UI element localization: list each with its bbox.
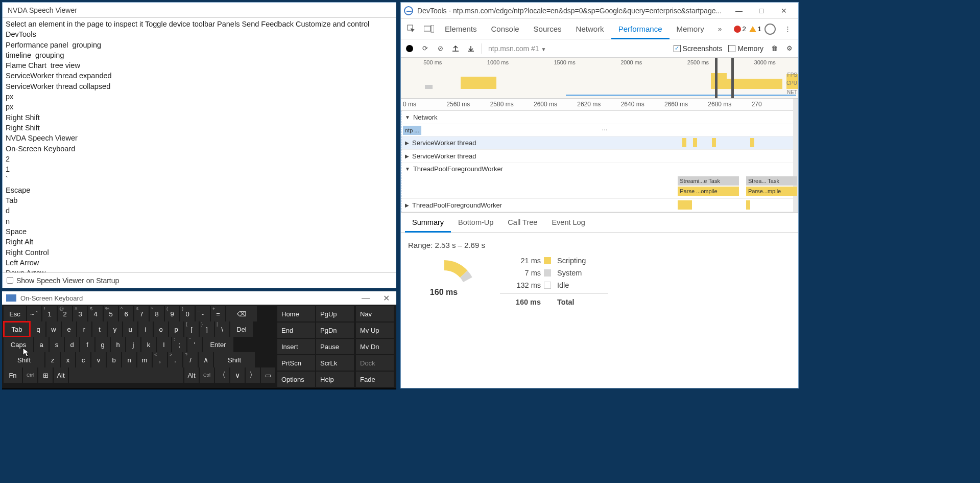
osk-key[interactable]: Options [277, 372, 315, 387]
osk-key[interactable]: v [91, 352, 106, 367]
detail-tab-call-tree[interactable]: Call Tree [500, 212, 544, 233]
maximize-button[interactable]: □ [750, 4, 773, 18]
osk-key[interactable]: Fade [356, 372, 394, 387]
osk-key[interactable]: ∨ [230, 367, 245, 383]
osk-key[interactable]: Ctrl [23, 367, 37, 383]
osk-key[interactable]: Mv Up [356, 323, 394, 338]
minimize-button[interactable]: — [728, 4, 750, 18]
tab-memory[interactable]: Memory [670, 19, 711, 39]
delete-button[interactable]: 🗑 [770, 44, 779, 53]
osk-key[interactable]: i [138, 321, 153, 337]
save-profile-button[interactable] [466, 44, 475, 53]
osk-key[interactable]: End [277, 323, 315, 338]
osk-titlebar[interactable]: On-Screen Keyboard — ✕ [2, 291, 396, 305]
device-toolbar-icon[interactable] [420, 20, 438, 38]
osk-key[interactable]: =+ [211, 306, 225, 321]
osk-key[interactable]: /? [183, 352, 198, 367]
osk-key[interactable]: 7& [134, 306, 149, 321]
osk-key[interactable]: Shift [214, 352, 255, 367]
osk-key[interactable]: Insert [277, 339, 315, 354]
osk-key[interactable]: .> [168, 352, 182, 367]
osk-key[interactable]: ~ ` [27, 306, 41, 321]
osk-key[interactable]: Alt [54, 367, 68, 383]
osk-key[interactable]: 0) [180, 306, 195, 321]
osk-key[interactable]: 5% [104, 306, 118, 321]
osk-key[interactable]: p [169, 321, 183, 337]
warning-badge[interactable]: 1 [749, 25, 761, 33]
memory-checkbox[interactable]: Memory [728, 44, 763, 53]
detail-tab-event-log[interactable]: Event Log [544, 212, 592, 233]
osk-key[interactable]: s [50, 337, 64, 352]
osk-key[interactable]: ,< [153, 352, 167, 367]
flame-chart[interactable]: ▼Network ntp ... ... ▶ServiceWorker thre… [401, 111, 793, 212]
osk-key[interactable]: Fn [4, 367, 22, 383]
osk-key[interactable]: Mv Dn [356, 339, 394, 354]
tab-sources[interactable]: Sources [527, 19, 569, 39]
error-badge[interactable]: 2 [734, 25, 746, 33]
osk-key[interactable]: Pause [316, 339, 354, 354]
osk-key[interactable]: n [122, 352, 136, 367]
osk-key[interactable]: ;: [172, 337, 186, 352]
osk-key[interactable]: c [76, 352, 90, 367]
osk-key[interactable]: 3# [73, 306, 87, 321]
timeline-ruler[interactable]: 0 ms2560 ms2580 ms2600 ms2620 ms2640 ms2… [401, 99, 793, 111]
osk-key[interactable]: b [107, 352, 121, 367]
osk-key[interactable]: [{ [184, 321, 199, 337]
osk-key[interactable]: 〉 [246, 367, 260, 383]
nvda-titlebar[interactable]: NVDA Speech Viewer [3, 3, 396, 18]
osk-key[interactable]: Esc [4, 306, 26, 321]
osk-key[interactable]: 9( [165, 306, 179, 321]
osk-key[interactable]: l [157, 337, 171, 352]
reload-button[interactable]: ⟳ [420, 44, 429, 53]
tab-console[interactable]: Console [484, 19, 527, 39]
osk-key[interactable]: x [61, 352, 75, 367]
osk-key[interactable]: f [80, 337, 94, 352]
osk-key[interactable]: o [154, 321, 168, 337]
osk-key[interactable]: g [95, 337, 110, 352]
osk-key[interactable]: u [123, 321, 137, 337]
osk-key[interactable]: a [34, 337, 49, 352]
osk-key[interactable]: PgUp [316, 306, 354, 321]
record-button[interactable] [405, 44, 414, 53]
osk-key[interactable]: r [77, 321, 91, 337]
tab-network[interactable]: Network [569, 19, 611, 39]
osk-key[interactable]: 4$ [88, 306, 103, 321]
osk-key[interactable]: t [92, 321, 107, 337]
osk-key[interactable]: d [65, 337, 79, 352]
screenshots-checkbox[interactable]: ✓Screenshots [674, 44, 723, 53]
osk-key[interactable]: 8* [150, 306, 164, 321]
osk-key[interactable]: k [141, 337, 156, 352]
osk-key[interactable]: 2@ [58, 306, 72, 321]
inspect-element-icon[interactable] [403, 20, 420, 38]
osk-key[interactable] [69, 367, 183, 383]
timeline-overview[interactable]: 500 ms1000 ms1500 ms2000 ms2500 ms3000 m… [401, 58, 798, 99]
load-profile-button[interactable] [451, 44, 460, 53]
show-on-startup-checkbox[interactable] [7, 277, 13, 284]
osk-key[interactable]: Shift [4, 352, 44, 367]
osk-key[interactable]: '" [187, 337, 202, 352]
osk-key[interactable]: ⌫ [226, 306, 257, 321]
detail-tab-bottom-up[interactable]: Bottom-Up [451, 212, 500, 233]
osk-key[interactable]: Dock [356, 355, 394, 371]
osk-key[interactable]: Enter [203, 337, 233, 352]
tab-performance[interactable]: Performance [611, 19, 670, 39]
osk-key[interactable]: j [126, 337, 140, 352]
osk-key[interactable]: ▭ [261, 367, 275, 383]
osk-key[interactable]: ⊞ [38, 367, 53, 383]
osk-key[interactable]: Nav [356, 306, 394, 321]
settings-menu-icon[interactable]: ⋮ [779, 20, 796, 38]
osk-key[interactable]: Del [230, 321, 253, 337]
osk-key[interactable]: q [31, 321, 45, 337]
close-button[interactable]: ✕ [773, 4, 795, 18]
osk-key[interactable]: Caps [4, 337, 33, 352]
osk-key[interactable]: Help [316, 372, 354, 387]
more-tabs-icon[interactable]: » [711, 20, 729, 38]
profile-icon[interactable] [764, 24, 776, 35]
osk-key[interactable]: 〈 [215, 367, 229, 383]
osk-key[interactable]: Ctrl [200, 367, 214, 383]
minimize-button[interactable]: — [355, 293, 376, 303]
close-button[interactable]: ✕ [376, 293, 396, 303]
osk-key[interactable]: y [108, 321, 122, 337]
clear-button[interactable]: ⊘ [436, 44, 445, 53]
osk-key[interactable]: ScrLk [316, 355, 354, 371]
